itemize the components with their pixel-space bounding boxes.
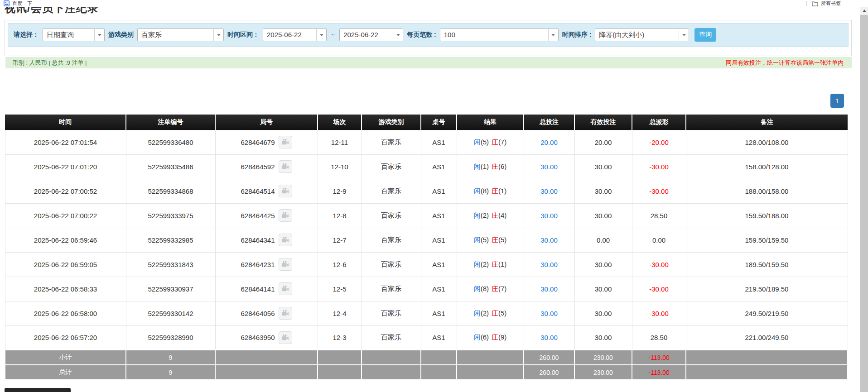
cell-payout: -30.00 [632,179,686,203]
result-player-score: (1) [481,163,489,170]
total-bet-link[interactable]: 30.00 [540,236,558,244]
video-replay-button[interactable] [279,282,292,295]
cell-table-no: AS1 [421,325,457,350]
same-round-notice: 同局有效投注，统一计算在该局第一张注单内 [726,59,844,67]
cell-valid-bet: 30.00 [574,301,632,325]
page-1-button[interactable]: 1 [830,94,844,108]
video-camera-icon [281,236,289,244]
result-banker-score: (1) [498,187,506,195]
cell-payout: -30.00 [632,301,686,325]
chevron-down-icon [316,29,326,41]
round-id-text: 628464514 [241,187,275,195]
cell-result: 闲(6)庄(9) [457,325,524,350]
query-type-dropdown[interactable]: 日期查询 [43,29,105,41]
date-from-value: 2025-06-22 [263,29,316,41]
time-sort-dropdown[interactable]: 降幂(由大到小) [595,29,689,41]
video-replay-button[interactable] [279,136,292,148]
total-bet-link[interactable]: 30.00 [540,187,558,195]
total-bet-link[interactable]: 30.00 [540,334,558,341]
result-banker-score: (1) [498,260,506,268]
cell-table-no: AS1 [421,154,457,179]
result-banker-label: 庄 [492,138,498,146]
date-from-dropdown[interactable]: 2025-06-22 [263,29,327,41]
date-to-dropdown[interactable]: 2025-06-22 [339,29,403,41]
cell-time: 2025-06-22 06:57:20 [5,325,126,350]
cell-valid-bet: 30.00 [574,203,632,228]
total-bet-link[interactable]: 30.00 [540,163,558,171]
cell-empty [686,365,848,380]
result-player-label: 闲 [474,187,481,195]
cell-bet-id: 522599334868 [126,179,215,203]
video-replay-button[interactable] [279,307,292,320]
total-bet-link[interactable]: 30.00 [540,212,558,220]
cell-valid-bet: 30.00 [574,252,632,277]
result-banker-score: (5) [498,236,506,244]
total-bet-link[interactable]: 30.00 [540,285,558,293]
total-bet-link[interactable]: 20.00 [540,139,558,146]
search-button[interactable]: 查询 [694,28,716,42]
cell-remark: 159.50/188.00 [686,203,848,228]
scrollbar-up-arrow-icon[interactable] [860,7,868,15]
cell-empty [421,365,457,380]
video-replay-button[interactable] [279,160,292,173]
total-bet-link[interactable]: 30.00 [540,310,558,317]
grand-total-total-bet: 260.00 [524,365,574,380]
result-banker-label: 庄 [492,236,498,244]
result-player-score: (5) [481,138,489,146]
cell-empty [318,350,362,365]
col-bet-id: 注单编号 [126,115,215,130]
chevron-down-icon [548,29,558,41]
cell-bet-id: 522599330142 [126,301,215,325]
total-bet-link[interactable]: 30.00 [540,261,558,268]
result-banker-label: 庄 [492,285,498,292]
cell-session: 12-4 [318,301,362,325]
cell-payout: -30.00 [632,252,686,277]
video-replay-button[interactable] [279,234,292,246]
scrollbar[interactable] [860,7,868,392]
page-title-clip: 视讯/会员下注纪录 [5,7,860,16]
cell-session: 12-7 [318,228,362,252]
subtotal-total-bet: 260.00 [524,350,574,365]
result-banker-label: 庄 [492,309,498,317]
bet-records-table: 时间 注单编号 局号 场次 游戏类别 桌号 结果 总投注 有效投注 总派彩 备注… [5,115,848,380]
page-size-dropdown[interactable]: 100 [440,29,559,41]
range-tilde: ~ [331,31,335,38]
query-type-value: 日期查询 [43,29,94,41]
page-title: 视讯/会员下注纪录 [5,7,99,15]
cell-session: 12-5 [318,277,362,301]
cell-round-id: 628464592 [215,154,318,179]
all-bookmarks-button[interactable]: 所有书签 [812,0,841,7]
cell-table-no: AS1 [421,130,457,154]
video-replay-button[interactable] [279,258,292,271]
result-player-score: (8) [481,285,489,292]
cell-remark: 219.50/189.50 [686,277,848,301]
cell-empty [457,350,524,365]
cell-session: 12-9 [318,179,362,203]
table-row: 2025-06-22 06:57:20 522599328990 6284639… [5,325,848,350]
cell-session: 12-3 [318,325,362,350]
cell-valid-bet: 30.00 [574,154,632,179]
cell-game-type: 百家乐 [362,228,421,252]
video-replay-button[interactable] [279,185,292,197]
cell-table-no: AS1 [421,252,457,277]
chevron-down-icon [679,29,689,41]
game-type-label: 游戏类别 [108,31,134,39]
cell-payout: 28.50 [632,325,686,350]
cell-total-bet: 30.00 [524,325,574,350]
table-row: 2025-06-22 06:58:00 522599330142 6284640… [5,301,848,325]
col-remark: 备注 [686,115,848,130]
bookmark-baidu[interactable]: 百度一下 [4,0,32,7]
cell-table-no: AS1 [421,228,457,252]
cell-time: 2025-06-22 06:59:05 [5,252,126,277]
cell-result: 闲(5)庄(5) [457,228,524,252]
cell-payout: -30.00 [632,154,686,179]
col-time: 时间 [5,115,126,130]
game-type-dropdown[interactable]: 百家乐 [137,29,224,41]
video-camera-icon [281,334,289,342]
video-replay-button[interactable] [279,331,292,344]
table-row: 2025-06-22 07:00:52 522599334868 6284645… [5,179,848,203]
cell-empty [318,365,362,380]
all-bookmarks-label: 所有书签 [821,0,841,7]
video-replay-button[interactable] [279,209,292,222]
scrollbar-thumb[interactable] [860,15,868,392]
